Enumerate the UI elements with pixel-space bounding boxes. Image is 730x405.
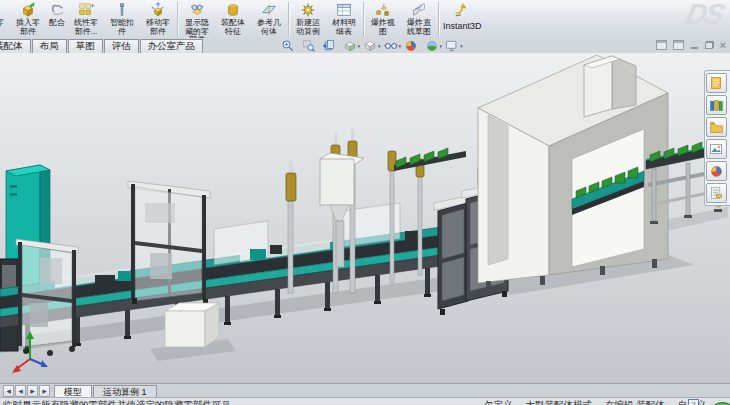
explode-line-sketch-button[interactable]: 爆炸直线草图▾ bbox=[401, 0, 437, 38]
status-editing-assembly: 在编辑 装配体 bbox=[605, 399, 665, 405]
button-label: 移动零部件 bbox=[143, 19, 173, 36]
assembly-features-button[interactable]: 装配体特征▾ bbox=[215, 0, 251, 38]
new-motion-study-button[interactable]: 新建运动算例▾ bbox=[290, 0, 326, 38]
insert-component-button[interactable]: 插入零部件▾ bbox=[10, 0, 46, 38]
heads-up-item: ▾ bbox=[322, 39, 341, 53]
window-minimize-icon[interactable] bbox=[690, 41, 699, 49]
toolbar-separator bbox=[288, 2, 289, 36]
move-component-button[interactable]: 移动零部件▾ bbox=[140, 0, 176, 38]
zoom-to-fit-icon[interactable] bbox=[281, 39, 295, 53]
assembly-features-icon bbox=[225, 2, 241, 18]
button-label: 线性零部件... bbox=[71, 19, 101, 36]
section-view-icon[interactable] bbox=[343, 39, 357, 53]
exploded-view-icon bbox=[375, 2, 391, 18]
mate-icon bbox=[49, 2, 65, 18]
previous-tab-icon[interactable]: ◀ bbox=[15, 385, 26, 397]
bom-icon bbox=[336, 2, 352, 18]
view-settings-icon[interactable] bbox=[445, 39, 459, 53]
dropdown-caret-icon[interactable]: ▾ bbox=[358, 43, 361, 49]
insert-component-icon bbox=[20, 2, 36, 18]
move-component-icon bbox=[150, 2, 166, 18]
tab-assembly[interactable]: 装配体 bbox=[0, 39, 31, 53]
help-icon[interactable]: ? bbox=[688, 399, 699, 405]
motion-study-icon bbox=[300, 2, 316, 18]
button-label: 配合 bbox=[49, 19, 65, 28]
heads-up-item: ▾ bbox=[281, 39, 300, 53]
edit-component-button[interactable]: 编辑零部件▾ bbox=[0, 0, 10, 38]
button-label: 编辑零部件 bbox=[0, 19, 7, 36]
toolbar-separator bbox=[363, 2, 364, 36]
exploded-view-button[interactable]: 爆炸视图▾ bbox=[365, 0, 401, 38]
window-close-icon[interactable]: × bbox=[720, 41, 726, 49]
show-hidden-icon bbox=[189, 2, 205, 18]
tab-evaluate[interactable]: 评估 bbox=[104, 39, 139, 53]
dropdown-caret-icon[interactable]: ▾ bbox=[460, 43, 463, 49]
window-pane-icon[interactable] bbox=[656, 40, 667, 50]
view-orientation-icon[interactable] bbox=[363, 39, 377, 53]
floor-box[interactable] bbox=[165, 303, 219, 347]
dropdown-caret-icon[interactable]: ▾ bbox=[440, 43, 443, 49]
mate-button[interactable]: 配合▾ bbox=[46, 0, 68, 38]
tab-layout[interactable]: 布局 bbox=[32, 39, 67, 53]
button-label: 装配体特征 bbox=[218, 19, 248, 36]
hide-show-items-icon[interactable] bbox=[384, 39, 398, 53]
button-label: 显示隐藏的零部件 bbox=[182, 19, 212, 39]
front-clear-station[interactable] bbox=[16, 239, 78, 356]
dropdown-caret-icon[interactable]: ▾ bbox=[378, 43, 381, 49]
status-large-assembly-mode: 大型装配体模式 bbox=[526, 399, 593, 405]
tab-office-products[interactable]: 办公室产品 bbox=[140, 39, 204, 53]
heads-up-item: ▾ bbox=[384, 39, 403, 53]
reference-geometry-icon bbox=[261, 2, 277, 18]
smart-fasteners-button[interactable]: 智能扣件▾ bbox=[104, 0, 140, 38]
view-palette-icon[interactable] bbox=[706, 139, 727, 159]
explode-line-icon bbox=[411, 2, 427, 18]
glass-tower-station[interactable] bbox=[128, 181, 210, 305]
custom-properties-icon[interactable] bbox=[706, 183, 727, 203]
next-tab-icon[interactable]: ▶ bbox=[27, 385, 38, 397]
solidworks-resources-icon[interactable] bbox=[706, 73, 727, 93]
graphics-area[interactable] bbox=[0, 53, 730, 383]
zoom-to-area-icon[interactable] bbox=[302, 39, 316, 53]
button-label: 材料明细表 bbox=[329, 19, 359, 36]
button-label: 智能扣件 bbox=[107, 19, 137, 36]
previous-view-icon[interactable] bbox=[322, 39, 336, 53]
task-pane bbox=[704, 70, 730, 206]
smart-fasteners-icon bbox=[114, 2, 130, 18]
show-hidden-components-button[interactable]: 显示隐藏的零部件▾ bbox=[179, 0, 215, 38]
window-restore-icon[interactable] bbox=[705, 41, 714, 49]
edit-appearance-icon[interactable] bbox=[404, 39, 418, 53]
button-label: 插入零部件 bbox=[13, 19, 43, 36]
button-label: 爆炸直线草图 bbox=[404, 19, 434, 36]
bill-of-materials-button[interactable]: 材料明细表▾ bbox=[326, 0, 362, 38]
status-underdefined: 欠定义 bbox=[484, 399, 513, 405]
last-tab-icon[interactable]: ▶ bbox=[39, 385, 50, 397]
tab-sketch[interactable]: 草图 bbox=[68, 39, 103, 53]
assembly-model-view[interactable] bbox=[0, 53, 730, 383]
ribbon-group: 爆炸视图▾爆炸直线草图▾ bbox=[365, 0, 437, 38]
instant3d-button[interactable]: Instant3D▾ bbox=[440, 0, 485, 38]
ribbon-group: Instant3D▾ bbox=[440, 0, 485, 38]
first-tab-icon[interactable]: ◀ bbox=[3, 385, 14, 397]
appearances-icon[interactable] bbox=[706, 161, 727, 181]
button-label: 新建运动算例 bbox=[293, 19, 323, 36]
button-label: Instant3D bbox=[443, 22, 482, 31]
linear-component-pattern-button[interactable]: 线性零部件...▾ bbox=[68, 0, 104, 38]
toolbar-separator bbox=[438, 2, 439, 36]
design-library-icon[interactable] bbox=[706, 95, 727, 115]
window-pane-icon[interactable] bbox=[673, 40, 684, 50]
dassault-logo: DS bbox=[682, 0, 727, 31]
file-explorer-icon[interactable] bbox=[706, 117, 727, 137]
toolbar-separator bbox=[177, 2, 178, 36]
tab-navigation: ◀◀▶▶ bbox=[3, 385, 50, 397]
ribbon-group: 显示隐藏的零部件▾装配体特征▾参考几何体▾ bbox=[179, 0, 287, 38]
button-label: 参考几何体 bbox=[254, 19, 284, 36]
ribbon-toolbar: DS 编辑零部件▾插入零部件▾配合▾线性零部件...▾智能扣件▾移动零部件▾显示… bbox=[0, 0, 730, 39]
apply-scene-icon[interactable] bbox=[425, 39, 439, 53]
reference-geometry-button[interactable]: 参考几何体▾ bbox=[251, 0, 287, 38]
ribbon-buttons: 编辑零部件▾插入零部件▾配合▾线性零部件...▾智能扣件▾移动零部件▾显示隐藏的… bbox=[0, 0, 485, 38]
ribbon-group: 新建运动算例▾材料明细表▾ bbox=[290, 0, 362, 38]
dropdown-caret-icon[interactable]: ▾ bbox=[399, 43, 402, 49]
button-label: 爆炸视图 bbox=[368, 19, 398, 36]
solidworks-window: DS 编辑零部件▾插入零部件▾配合▾线性零部件...▾智能扣件▾移动零部件▾显示… bbox=[0, 0, 730, 405]
instant3d-icon bbox=[454, 2, 470, 18]
